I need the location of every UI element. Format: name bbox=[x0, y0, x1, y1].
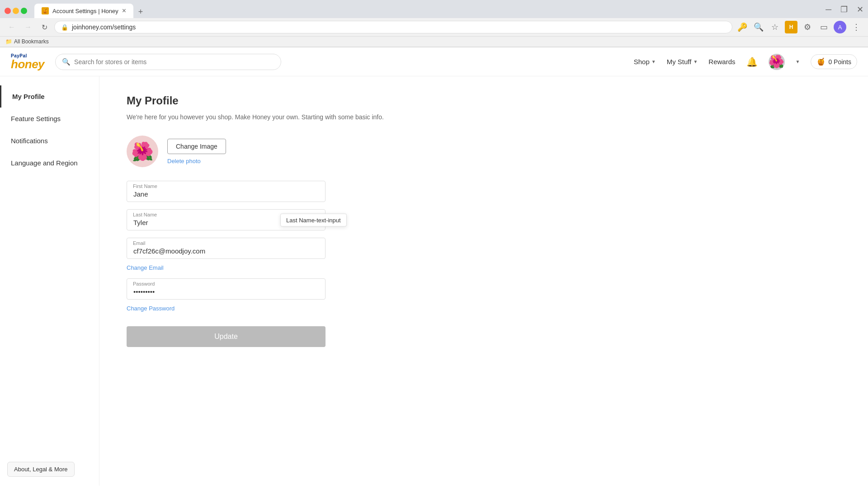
window-maximize-btn[interactable] bbox=[21, 8, 27, 14]
active-tab[interactable]: 🍯 Account Settings | Honey × bbox=[34, 4, 133, 18]
chevron-user-icon[interactable]: ▼ bbox=[796, 59, 800, 64]
page-title: My Profile bbox=[127, 94, 841, 107]
password-input[interactable] bbox=[127, 278, 326, 300]
browser-profile-icon[interactable]: A bbox=[834, 21, 846, 33]
change-email-wrapper: Change Email bbox=[127, 263, 326, 271]
user-avatar[interactable]: 🌺 bbox=[769, 54, 785, 70]
notification-bell-icon[interactable]: 🔔 bbox=[746, 56, 758, 67]
mystuff-label: My Stuff bbox=[667, 58, 692, 66]
restore-icon[interactable]: ❐ bbox=[840, 5, 848, 14]
extensions-puzzle-icon[interactable]: ⚙ bbox=[801, 21, 814, 33]
profile-image-section: 🌺 Change Image Delete photo bbox=[127, 136, 841, 167]
profile-avatar: 🌺 bbox=[127, 136, 158, 167]
main-content: My Profile Feature Settings Notification… bbox=[0, 76, 868, 486]
lock-icon: 🔒 bbox=[61, 24, 68, 31]
update-button[interactable]: Update bbox=[127, 326, 326, 347]
profile-avatar-image: 🌺 bbox=[127, 136, 158, 167]
url-text: joinhoney.com/settings bbox=[72, 23, 726, 31]
tab-title: Account Settings | Honey bbox=[52, 8, 118, 14]
email-label: Email bbox=[133, 240, 146, 246]
password-group: Password bbox=[127, 278, 326, 300]
os-window-controls: ─ ❐ ✕ bbox=[826, 5, 863, 17]
browser-chrome: 🍯 Account Settings | Honey × + ─ ❐ ✕ ← →… bbox=[0, 0, 868, 47]
points-button[interactable]: 🍯 0 Points bbox=[811, 54, 857, 69]
search-input[interactable] bbox=[74, 58, 274, 66]
password-label: Password bbox=[133, 281, 155, 286]
app-header: PayPal honey 🔍 Shop ▼ My Stuff ▼ Rewards… bbox=[0, 47, 868, 76]
mystuff-chevron-icon: ▼ bbox=[693, 59, 698, 64]
window-close-btn[interactable] bbox=[5, 8, 11, 14]
sidebar-item-my-profile[interactable]: My Profile bbox=[0, 85, 99, 108]
browser-menu-icon[interactable]: ⋮ bbox=[850, 21, 863, 33]
change-image-button[interactable]: Change Image bbox=[167, 139, 226, 154]
bookmarks-bar: 📁 All Bookmarks bbox=[0, 37, 868, 47]
first-name-group: First Name bbox=[127, 181, 326, 202]
rewards-nav-link[interactable]: Rewards bbox=[708, 58, 735, 66]
browser-top-bar: 🍯 Account Settings | Honey × + ─ ❐ ✕ bbox=[0, 0, 868, 18]
browser-nav-icons: 🔑 🔍 ☆ H ⚙ ▭ A ⋮ bbox=[736, 21, 863, 33]
key-icon[interactable]: 🔑 bbox=[736, 21, 749, 33]
email-group: Email bbox=[127, 238, 326, 259]
zoom-icon[interactable]: 🔍 bbox=[752, 21, 765, 33]
new-tab-btn[interactable]: + bbox=[134, 5, 147, 18]
sidebar: My Profile Feature Settings Notification… bbox=[0, 76, 99, 486]
sidebar-footer: About, Legal & More bbox=[7, 462, 75, 477]
change-password-link[interactable]: Change Password bbox=[127, 305, 175, 312]
nav-links: Shop ▼ My Stuff ▼ Rewards 🔔 🌺 ▼ 🍯 0 Poin… bbox=[634, 54, 857, 70]
sidebar-item-notifications[interactable]: Notifications bbox=[0, 130, 99, 152]
delete-photo-link[interactable]: Delete photo bbox=[167, 158, 226, 164]
profile-image-actions: Change Image Delete photo bbox=[167, 139, 226, 164]
forward-btn[interactable]: → bbox=[22, 21, 34, 33]
last-name-label: Last Name bbox=[133, 212, 157, 217]
browser-window-controls bbox=[5, 8, 27, 14]
page-subtitle: We're here for you however you shop. Mak… bbox=[127, 113, 841, 122]
first-name-label: First Name bbox=[133, 183, 157, 189]
search-bar[interactable]: 🔍 bbox=[55, 54, 281, 70]
honey-points-icon: 🍯 bbox=[816, 57, 826, 66]
shop-chevron-icon: ▼ bbox=[651, 59, 656, 64]
email-input[interactable] bbox=[127, 238, 326, 259]
last-name-group: Last Name Last Name-text-input bbox=[127, 209, 326, 230]
search-icon: 🔍 bbox=[62, 58, 71, 66]
rewards-label: Rewards bbox=[708, 58, 735, 66]
url-bar[interactable]: 🔒 joinhoney.com/settings bbox=[54, 21, 732, 33]
sidebar-item-language-region[interactable]: Language and Region bbox=[0, 152, 99, 174]
mystuff-nav-link[interactable]: My Stuff ▼ bbox=[667, 58, 698, 66]
close-icon[interactable]: ✕ bbox=[857, 5, 863, 14]
bookmarks-folder-icon: 📁 bbox=[5, 38, 12, 45]
back-btn[interactable]: ← bbox=[5, 21, 18, 33]
shop-nav-link[interactable]: Shop ▼ bbox=[634, 58, 656, 66]
app-container: PayPal honey 🔍 Shop ▼ My Stuff ▼ Rewards… bbox=[0, 47, 868, 486]
change-email-link[interactable]: Change Email bbox=[127, 264, 164, 271]
content-area: My Profile We're here for you however yo… bbox=[99, 76, 868, 486]
about-legal-btn[interactable]: About, Legal & More bbox=[7, 462, 75, 477]
window-minimize-btn[interactable] bbox=[13, 8, 19, 14]
screen-cast-icon[interactable]: ▭ bbox=[817, 21, 830, 33]
shop-label: Shop bbox=[634, 58, 650, 66]
tab-close-btn[interactable]: × bbox=[122, 7, 126, 14]
tab-favicon: 🍯 bbox=[42, 7, 49, 14]
points-label: 0 Points bbox=[828, 58, 851, 66]
all-bookmarks-link[interactable]: All Bookmarks bbox=[14, 38, 49, 45]
bookmark-star-icon[interactable]: ☆ bbox=[769, 21, 781, 33]
sidebar-item-feature-settings[interactable]: Feature Settings bbox=[0, 108, 99, 130]
browser-nav-bar: ← → ↻ 🔒 joinhoney.com/settings 🔑 🔍 ☆ H ⚙… bbox=[0, 18, 868, 37]
reload-btn[interactable]: ↻ bbox=[38, 21, 51, 33]
honey-logo: PayPal honey bbox=[11, 54, 44, 70]
tab-bar: 🍯 Account Settings | Honey × + bbox=[34, 4, 147, 18]
change-password-wrapper: Change Password bbox=[127, 303, 326, 312]
extension-honey-icon[interactable]: H bbox=[785, 21, 797, 33]
minimize-icon[interactable]: ─ bbox=[826, 5, 831, 14]
honey-text: honey bbox=[11, 58, 44, 70]
